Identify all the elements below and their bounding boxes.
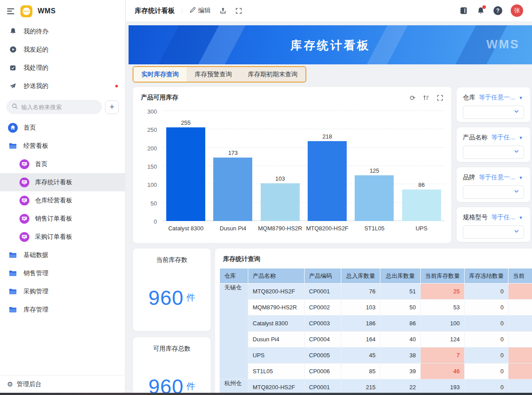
stat-value: 960 (149, 375, 184, 395)
sidebar-item-send[interactable]: 抄送我的 (0, 77, 125, 95)
y-tick-label: 250 (137, 126, 157, 133)
export-button[interactable] (219, 7, 227, 14)
filter-select[interactable] (463, 146, 524, 159)
sidebar-item-label: 销售管理 (23, 269, 48, 277)
sidebar: wms WMS 我的待办 我发起的 我处理的 抄送我的 + 首页 (0, 0, 125, 395)
sidebar-item[interactable]: 首页 (0, 118, 125, 137)
sidebar-item-play[interactable]: 我发起的 (0, 40, 125, 59)
sidebar-item-label: 我发起的 (23, 46, 48, 54)
journal-icon[interactable] (459, 6, 468, 15)
bar-value-label: 255 (181, 119, 191, 126)
wms-dashboard-page: wms WMS 我的待办 我发起的 我处理的 抄送我的 + 首页 (0, 0, 532, 395)
filter-select[interactable] (463, 186, 524, 199)
search-input[interactable] (21, 104, 97, 111)
sidebar-item[interactable]: 销售管理 (0, 264, 125, 282)
x-tick-label: MTQ8200-HS2F (304, 225, 351, 232)
dashboard-banner: 库存统计看板 WMS (129, 25, 532, 64)
play-icon (8, 46, 18, 53)
sidebar-subitem-label: 首页 (35, 160, 47, 168)
user-avatar[interactable]: 张 (511, 4, 523, 17)
notifications-button[interactable] (477, 7, 485, 15)
folder-icon (8, 288, 18, 295)
code-cell: CP0005 (305, 348, 341, 363)
sidebar-subitem[interactable]: 采购订单看板 (0, 228, 125, 246)
bar-value-label: 218 (322, 133, 332, 140)
stat-unit: 件 (186, 380, 195, 392)
x-tick-label: Dusun Pi4 (209, 225, 256, 232)
product-cell: MQM8790-HS2R (248, 300, 305, 316)
clipped-cell (509, 348, 532, 363)
clipped-cell (509, 332, 532, 348)
banner-watermark: WMS (486, 38, 520, 51)
sidebar-item[interactable]: 经营看板 (0, 137, 125, 155)
fullscreen-button[interactable] (235, 8, 242, 14)
workflow-menu: 我的待办 我发起的 我处理的 抄送我的 (0, 22, 125, 95)
sidebar-item[interactable]: 采购管理 (0, 282, 125, 300)
expand-icon[interactable] (437, 95, 443, 101)
caret-down-icon[interactable]: ▼ (519, 135, 523, 140)
inventory-table: 仓库产品名称产品编码总入库数量总出库数量当前库存数量库存冻结数量当前 无锡仓MT… (219, 268, 532, 395)
column-header: 仓库 (220, 269, 248, 284)
x-tick-label: Catalyst 8300 (162, 225, 209, 232)
total-out-cell: 86 (380, 316, 421, 332)
caret-down-icon[interactable]: ▼ (519, 215, 523, 220)
filter-operator[interactable]: 等于任... (491, 213, 515, 221)
bar-slot: 125 (351, 111, 398, 221)
total-in-cell: 76 (341, 284, 380, 300)
sidebar-subitem[interactable]: 仓库经营看板 (0, 191, 125, 209)
caret-down-icon[interactable]: ▼ (519, 95, 523, 100)
search-box[interactable] (6, 100, 102, 114)
bar-slot: 173 (209, 111, 256, 221)
filter-select[interactable] (463, 225, 524, 239)
app-logo-icon: wms (20, 5, 32, 17)
dashboard-icon (20, 196, 29, 205)
admin-console-link[interactable]: ⚙ 管理后台 (0, 375, 125, 393)
total-out-cell: 39 (380, 363, 421, 379)
sidebar-item[interactable]: 库存管理 (0, 300, 125, 319)
filter-card-3: 规格型号 等于任... ▼ (457, 207, 530, 242)
sort-icon[interactable] (422, 94, 430, 101)
sidebar-subitem[interactable]: 库存统计看板 (0, 173, 125, 191)
total-out-cell: 50 (380, 300, 421, 316)
filter-select[interactable] (463, 106, 524, 119)
frozen-cell: 0 (465, 300, 509, 316)
sidebar-item-task[interactable]: 我处理的 (0, 59, 125, 77)
sidebar-subitem[interactable]: 销售订单看板 (0, 209, 125, 228)
dashboard-icon (20, 214, 29, 224)
topbar-right: ? 张 (459, 4, 523, 17)
bar-value-label: 125 (370, 167, 379, 174)
sidebar-item-bell[interactable]: 我的待办 (0, 22, 125, 40)
tab-0[interactable]: 实时库存查询 (133, 67, 187, 82)
product-cell: ST1L05 (248, 363, 305, 379)
filter-operator[interactable]: 等于任... (491, 134, 515, 142)
refresh-icon[interactable]: ⟳ (410, 95, 415, 101)
menu-toggle-icon[interactable] (7, 8, 15, 14)
tab-2[interactable]: 库存期初期末查询 (240, 67, 305, 82)
clipped-cell (509, 363, 532, 379)
bar-value-label: 173 (228, 150, 238, 156)
frozen-cell: 0 (465, 332, 509, 348)
filter-label: 仓库 (463, 94, 475, 102)
y-tick-label: 100 (137, 182, 157, 188)
current-stock-cell: 53 (421, 300, 465, 316)
filter-operator[interactable]: 等于任意一... (479, 174, 515, 182)
sidebar-item[interactable]: 基础数据 (0, 246, 125, 264)
send-icon (8, 83, 18, 90)
edit-button[interactable]: 编辑 (189, 7, 211, 15)
current-stock-cell: 124 (421, 332, 465, 348)
tab-1[interactable]: 库存预警查询 (187, 67, 240, 82)
sidebar-item-label: 抄送我的 (23, 82, 48, 90)
help-button[interactable]: ? (493, 6, 502, 15)
total-out-cell: 51 (380, 284, 421, 300)
filter-operator[interactable]: 等于任意一... (479, 94, 515, 102)
add-button[interactable]: + (105, 100, 119, 114)
y-tick-label: 150 (137, 163, 157, 170)
bar-slot: 86 (398, 111, 445, 221)
sidebar-subitem[interactable]: 首页 (0, 155, 125, 173)
chevron-down-icon (513, 188, 520, 196)
stat-card-1: 可用库存总数 960 件 (133, 337, 211, 395)
clipped-cell (509, 284, 532, 300)
bar-chart: 050100150200250300 255 173 103 218 125 8… (162, 111, 445, 221)
column-header: 总入库数量 (341, 269, 380, 284)
caret-down-icon[interactable]: ▼ (519, 175, 523, 180)
